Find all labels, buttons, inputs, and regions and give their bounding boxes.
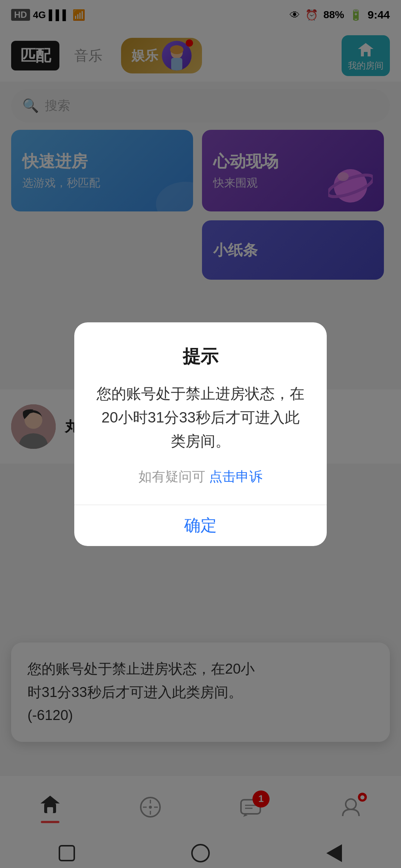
dialog-link-row: 如有疑问可 点击申诉 bbox=[97, 468, 304, 486]
dialog-message: 您的账号处于禁止进房状态，在20小时31分33秒后才可进入此类房间。 bbox=[97, 382, 304, 453]
dialog-body: 提示 您的账号处于禁止进房状态，在20小时31分33秒后才可进入此类房间。 如有… bbox=[74, 322, 327, 504]
dialog-actions: 确定 bbox=[74, 505, 327, 546]
alert-dialog: 提示 您的账号处于禁止进房状态，在20小时31分33秒后才可进入此类房间。 如有… bbox=[74, 322, 327, 546]
dialog-appeal-link[interactable]: 点击申诉 bbox=[209, 469, 263, 484]
dialog-confirm-button[interactable]: 确定 bbox=[74, 505, 327, 546]
dialog-title: 提示 bbox=[97, 345, 304, 368]
dialog-link-prefix: 如有疑问可 bbox=[138, 469, 205, 484]
dialog-overlay: 提示 您的账号处于禁止进房状态，在20小时31分33秒后才可进入此类房间。 如有… bbox=[0, 0, 401, 868]
